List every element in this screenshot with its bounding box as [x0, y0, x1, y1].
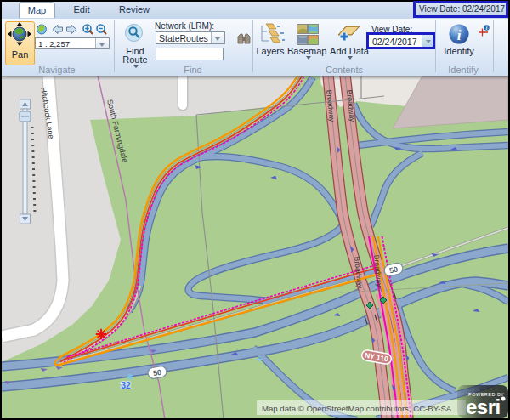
- svg-text:i: i: [457, 27, 462, 43]
- svg-text:esri: esri: [466, 395, 501, 418]
- svg-text:32: 32: [121, 381, 131, 390]
- svg-text:Map data © OpenStreetMap contr: Map data © OpenStreetMap contributors, C…: [262, 404, 452, 413]
- svg-text:50: 50: [152, 368, 162, 378]
